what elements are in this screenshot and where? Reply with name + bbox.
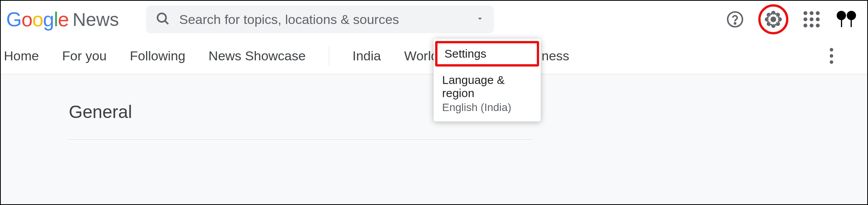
logo-google-text: Google [6, 8, 69, 31]
header: Google News [1, 1, 867, 38]
menu-item-language[interactable]: Language & region English (India) [434, 68, 541, 119]
settings-menu: Settings Language & region English (Indi… [434, 39, 541, 121]
nav-india[interactable]: India [341, 48, 393, 63]
apps-icon [803, 11, 820, 27]
nav-divider [329, 46, 329, 66]
menu-settings-label: Settings [444, 47, 530, 60]
account-button[interactable] [835, 8, 858, 31]
nav-for-you[interactable]: For you [51, 48, 118, 63]
google-news-logo[interactable]: Google News [6, 8, 119, 31]
apps-button[interactable] [800, 8, 823, 31]
logo-news-text: News [73, 9, 119, 30]
menu-language-label: Language & region [442, 73, 532, 100]
search-bar[interactable] [146, 5, 494, 33]
settings-button[interactable] [758, 4, 788, 34]
header-right [723, 4, 858, 34]
nav-following[interactable]: Following [118, 48, 197, 63]
svg-point-4 [771, 17, 776, 22]
help-button[interactable] [723, 8, 747, 31]
nav-news-showcase[interactable]: News Showcase [197, 48, 317, 63]
svg-point-3 [734, 23, 735, 24]
nav-more-button[interactable] [830, 48, 833, 64]
dropdown-arrow-icon[interactable] [475, 14, 485, 25]
svg-line-1 [165, 21, 168, 24]
search-icon[interactable] [155, 11, 170, 27]
svg-point-0 [157, 14, 166, 22]
nav-home[interactable]: Home [4, 48, 51, 63]
menu-language-value: English (India) [442, 101, 532, 114]
binoculars-icon [837, 11, 856, 28]
search-input[interactable] [179, 12, 475, 27]
menu-item-settings[interactable]: Settings [435, 41, 539, 67]
